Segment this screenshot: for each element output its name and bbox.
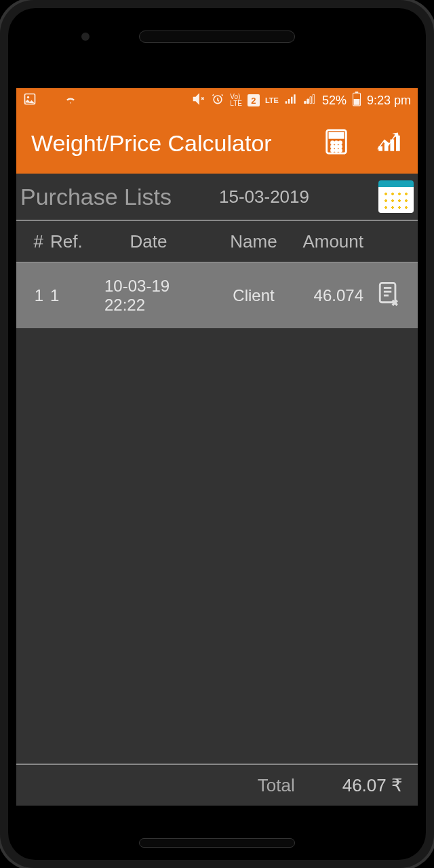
svg-point-15 [335,149,337,151]
mute-icon [192,92,205,109]
alarm-icon [211,92,224,109]
calendar-button[interactable] [378,180,414,213]
lte-icon: LTE [265,96,279,104]
signal2-icon [303,92,317,109]
total-label: Total [258,775,295,796]
sim2-icon: 2 [248,94,260,106]
table-header: # Ref. Date Name Amount [16,221,418,263]
svg-point-14 [332,149,334,151]
svg-point-11 [332,145,334,147]
col-date: Date [91,231,206,252]
wand-icon [43,92,57,109]
svg-point-13 [339,145,341,147]
svg-rect-4 [355,92,358,93]
image-icon [23,92,37,109]
calculator-icon[interactable] [324,128,349,158]
svg-rect-5 [354,99,360,105]
svg-rect-20 [396,136,400,151]
svg-point-16 [339,149,341,151]
page-title: Purchase Lists [20,184,172,210]
svg-rect-18 [384,143,389,151]
chart-icon[interactable] [376,128,403,158]
status-bar: Vo)LTE 2 LTE 52% 9:23 pm [16,88,418,113]
wifi-icon [64,92,77,109]
footer: Total 46.07 ₹ [16,764,418,806]
app-bar: Weight/Price Calculator [16,113,418,174]
svg-point-8 [332,142,334,144]
cell-client: Client [206,286,301,305]
volte-icon: Vo)LTE [230,94,242,107]
svg-rect-19 [390,140,394,151]
cell-amount: 46.074 [301,286,377,305]
table-row[interactable]: 1 1 10-03-19 22:22 Client 46.074 [16,263,418,331]
cell-date: 10-03-19 22:22 [91,277,206,315]
delete-row-button[interactable] [377,281,411,311]
svg-rect-17 [378,146,382,151]
svg-rect-7 [330,133,343,138]
svg-point-9 [335,142,337,144]
col-name: Name [206,231,301,252]
svg-point-12 [335,145,337,147]
total-value: 46.07 ₹ [342,775,403,796]
app-title: Weight/Price Calculator [31,130,324,157]
clock-time: 9:23 pm [367,94,411,108]
svg-point-10 [339,142,341,144]
signal-icon [284,92,298,109]
col-amount: Amount [301,231,377,252]
battery-icon [352,92,361,110]
svg-point-1 [27,96,29,98]
subheader: Purchase Lists 15-03-2019 [16,174,418,221]
date-display: 15-03-2019 [219,186,309,208]
cell-num: 1 [16,286,50,305]
col-num: # [16,231,50,252]
cell-ref: 1 [50,286,91,305]
battery-pct: 52% [322,94,347,108]
col-ref: Ref. [50,231,91,252]
